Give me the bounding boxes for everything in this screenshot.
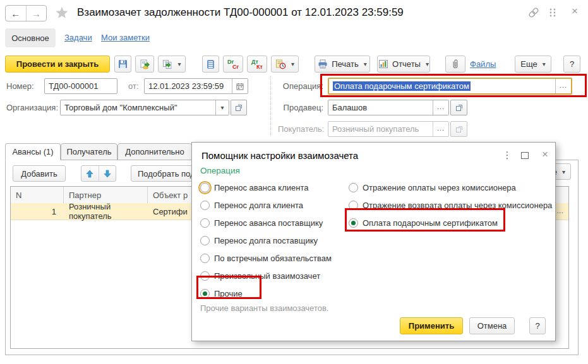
tab-dopolnitelno[interactable]: Дополнительно [117, 143, 192, 160]
print-label: Печать [332, 59, 359, 69]
post-document-icon [140, 59, 150, 69]
files-link[interactable]: Файлы [470, 59, 496, 69]
buyer-input: Розничный покупатель [328, 121, 449, 137]
drcr-button[interactable]: DrCr [223, 56, 243, 73]
column-header-partner[interactable]: Партнер [64, 187, 148, 203]
help-label: ? [570, 59, 574, 69]
radio-option-other[interactable]: Прочие [200, 288, 243, 299]
nav-tab-label: Основное [11, 33, 49, 43]
operation-label: Операция: [278, 78, 323, 94]
tab-poluchatel[interactable]: Получатель [61, 143, 117, 160]
cell-n: 1 [11, 203, 64, 220]
organization-open-button[interactable] [231, 100, 247, 115]
register-records-button[interactable] [202, 56, 219, 73]
radio-label: Прочие [214, 289, 243, 298]
radio-label: Перенос долга клиента [214, 201, 303, 210]
more-dots-icon[interactable] [548, 8, 557, 18]
radio-option-transfer-supplier-advance[interactable]: Перенос аванса поставщику [200, 217, 323, 228]
radio-label: Произвольный взаимозачет [214, 271, 320, 281]
dialog-help-button[interactable]: ? [529, 317, 546, 334]
column-header-n[interactable]: N [11, 187, 64, 203]
back-button[interactable] [6, 6, 27, 21]
dialog-menu-icon[interactable] [501, 150, 513, 161]
option-description: Прочие варианты взаимозачетов. [200, 303, 328, 313]
reports-icon [378, 59, 388, 69]
radio-option-transfer-client-debt[interactable]: Перенос долга клиента [200, 199, 303, 211]
add-row-button[interactable]: Добавить [13, 165, 66, 182]
reports-label: Отчеты [392, 59, 421, 69]
apply-button[interactable]: Применить [400, 317, 463, 334]
tab-avansy[interactable]: Авансы (1) [5, 143, 61, 160]
forward-button[interactable] [27, 6, 47, 21]
more-button[interactable]: Еще [515, 56, 551, 73]
number-input[interactable]: ТД00-000001 [44, 78, 117, 94]
get-link-icon[interactable] [528, 7, 539, 18]
calendar-button[interactable] [232, 79, 248, 93]
operation-input[interactable]: Оплата подарочным сертификатом [328, 78, 572, 95]
post-and-close-button[interactable]: Провести и закрыть [5, 56, 110, 73]
calendar-icon [236, 83, 244, 90]
nav-tab-notes[interactable]: Мои заметки [101, 33, 150, 42]
cancel-button[interactable]: Отмена [469, 317, 515, 334]
seller-choose-button[interactable] [433, 100, 448, 115]
radio-option-transfer-client-advance[interactable]: Перенос аванса клиента [200, 182, 308, 193]
drcr-icon: DrCr [227, 59, 239, 69]
move-up-button[interactable] [81, 166, 99, 181]
create-based-on-button[interactable] [158, 56, 186, 73]
seller-input[interactable]: Балашов [328, 100, 449, 115]
dtkt-button[interactable]: ДтКт [247, 56, 267, 73]
radio-circle[interactable] [200, 254, 210, 263]
cell-ellipsis[interactable]: ... [556, 206, 563, 215]
radio-circle[interactable] [349, 183, 358, 192]
print-button[interactable]: Печать [315, 56, 370, 73]
radio-circle[interactable] [200, 183, 210, 192]
close-window-icon[interactable] [568, 5, 581, 18]
radio-circle[interactable] [349, 201, 358, 210]
move-row-buttons [81, 165, 116, 182]
favorite-star-icon[interactable] [54, 5, 69, 20]
radio-label: Отражение возврата оплаты через комиссио… [363, 201, 552, 210]
radio-circle[interactable] [200, 201, 210, 210]
nav-tab-main[interactable]: Основное [5, 28, 56, 47]
radio-option-gift-certificate[interactable]: Оплата подарочным сертификатом [349, 217, 498, 228]
radio-circle[interactable] [200, 218, 210, 228]
move-down-button[interactable] [99, 166, 116, 181]
help-button[interactable]: ? [563, 56, 580, 73]
nav-tab-tasks[interactable]: Задачи [64, 33, 92, 42]
radio-label: Перенос аванса клиента [214, 183, 308, 192]
radio-option-commission-payment[interactable]: Отражение оплаты через комиссионера [349, 182, 516, 193]
radio-circle[interactable] [349, 218, 358, 228]
tab-poluchatel-label: Получатель [66, 147, 111, 156]
organization-dropdown-button[interactable] [215, 100, 229, 115]
radio-circle[interactable] [200, 289, 210, 298]
offset-assistant-dialog: Помощник настройки взаимозачета Операция… [191, 142, 556, 341]
organization-input[interactable]: Торговый дом "Комплексный" [60, 100, 229, 115]
radio-option-counter-obligations[interactable]: По встречным обязательствам [200, 252, 332, 264]
seller-open-button[interactable] [450, 100, 467, 115]
arrow-down-icon [104, 170, 111, 178]
radio-option-arbitrary-offset[interactable]: Произвольный взаимозачет [200, 270, 320, 281]
history-nav [5, 5, 47, 21]
open-window-icon [455, 126, 463, 133]
radio-circle[interactable] [200, 271, 210, 281]
dialog-title: Помощник настройки взаимозачета [201, 150, 358, 161]
radio-option-commission-refund[interactable]: Отражение возврата оплаты через комиссио… [349, 199, 552, 211]
radio-label: Перенос аванса поставщику [214, 218, 323, 228]
register-records-icon [206, 59, 215, 69]
operation-value-wrap: Оплата подарочным сертификатом [329, 79, 555, 93]
paperclip-icon [451, 59, 460, 69]
app-window: Взаимозачет задолженности ТД00-000001 от… [0, 0, 588, 364]
dialog-close-icon[interactable] [539, 149, 551, 160]
attachments-button[interactable] [445, 56, 465, 73]
dialog-maximize-icon[interactable] [519, 150, 531, 161]
post-document-button[interactable] [135, 56, 154, 73]
operation-choose-button[interactable] [555, 79, 571, 93]
radio-circle[interactable] [200, 236, 210, 245]
document-history-button[interactable] [271, 56, 299, 73]
date-input[interactable]: 12.01.2023 23:59:59 [144, 78, 248, 94]
tab-dopolnitelno-label: Дополнительно [125, 147, 184, 156]
organization-value: Торговый дом "Комплексный" [61, 100, 215, 115]
reports-button[interactable]: Отчеты [377, 56, 430, 73]
save-button[interactable] [114, 56, 131, 73]
radio-option-transfer-supplier-debt[interactable]: Перенос долга поставщику [200, 235, 318, 246]
